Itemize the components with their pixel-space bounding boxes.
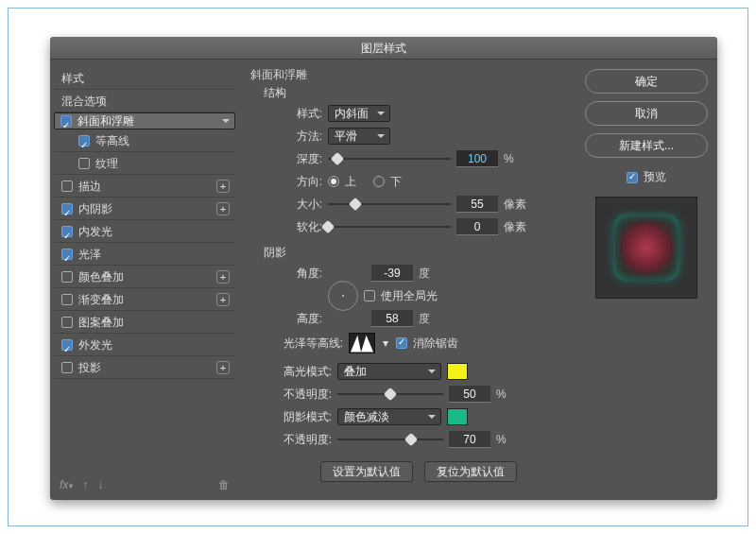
- altitude-input[interactable]: 58: [371, 310, 413, 327]
- highlight-color-swatch[interactable]: [447, 363, 468, 380]
- sidebar-item-pattern-overlay[interactable]: 图案叠加: [54, 311, 235, 334]
- add-icon[interactable]: +: [216, 270, 230, 284]
- highlight-opacity-slider[interactable]: [337, 388, 443, 401]
- arrow-down-icon[interactable]: ↓: [97, 478, 103, 491]
- sidebar-item-drop-shadow[interactable]: 投影 +: [54, 356, 235, 379]
- panel-heading: 斜面和浮雕: [250, 67, 576, 83]
- direction-up-radio[interactable]: [328, 176, 339, 187]
- angle-wheel[interactable]: [328, 281, 358, 311]
- preview-thumbnail: [595, 197, 697, 299]
- add-icon[interactable]: +: [216, 180, 230, 193]
- checkbox-icon[interactable]: [61, 271, 73, 283]
- soften-input[interactable]: 0: [456, 218, 498, 235]
- shadow-opacity-input[interactable]: 70: [449, 431, 490, 448]
- sidebar-item-gradient-overlay[interactable]: 渐变叠加 +: [54, 288, 235, 311]
- checkbox-icon[interactable]: [61, 203, 73, 215]
- checkbox-icon[interactable]: [78, 135, 90, 146]
- reset-default-button[interactable]: 复位为默认值: [424, 461, 517, 482]
- sidebar-styles-header[interactable]: 样式: [54, 67, 235, 90]
- style-select[interactable]: 内斜面: [328, 105, 390, 122]
- checkbox-icon[interactable]: [61, 226, 73, 237]
- new-style-button[interactable]: 新建样式...: [585, 133, 708, 158]
- sidebar-item-satin[interactable]: 光泽: [54, 243, 235, 266]
- soften-slider[interactable]: [328, 220, 451, 233]
- sidebar-item-inner-glow[interactable]: 内发光: [54, 220, 235, 243]
- add-icon[interactable]: +: [216, 293, 230, 306]
- sidebar-item-outer-glow[interactable]: 外发光: [54, 334, 235, 356]
- antialias-checkbox[interactable]: [396, 337, 407, 349]
- add-icon[interactable]: +: [216, 202, 230, 215]
- checkbox-icon[interactable]: [61, 181, 73, 192]
- technique-select[interactable]: 平滑: [328, 128, 390, 145]
- trash-icon[interactable]: 🗑: [218, 478, 230, 491]
- checkbox-icon[interactable]: [60, 115, 72, 127]
- add-icon[interactable]: +: [216, 361, 230, 374]
- checkbox-icon[interactable]: [61, 362, 73, 373]
- sidebar-item-color-overlay[interactable]: 颜色叠加 +: [54, 266, 235, 288]
- depth-slider[interactable]: [328, 152, 451, 165]
- options-panel: 斜面和浮雕 结构 样式: 内斜面 方法: 平滑 深度: 100: [239, 60, 585, 500]
- sidebar-item-stroke[interactable]: 描边 +: [54, 175, 235, 198]
- shading-title: 阴影: [264, 245, 576, 261]
- checkbox-icon[interactable]: [78, 158, 90, 169]
- layer-style-dialog: 图层样式 样式 混合选项 斜面和浮雕 等高线 纹理 描边 + 内阴影 +: [50, 37, 717, 500]
- cancel-button[interactable]: 取消: [585, 101, 708, 126]
- dialog-title: 图层样式: [50, 37, 717, 60]
- checkbox-icon[interactable]: [61, 339, 73, 351]
- highlight-mode-select[interactable]: 叠加: [337, 363, 441, 380]
- checkbox-icon[interactable]: [61, 294, 73, 305]
- ok-button[interactable]: 确定: [585, 69, 708, 94]
- structure-title: 结构: [264, 85, 576, 101]
- depth-input[interactable]: 100: [456, 150, 498, 167]
- direction-down-radio[interactable]: [373, 176, 385, 187]
- size-input[interactable]: 55: [456, 196, 498, 213]
- global-light-checkbox[interactable]: [364, 290, 375, 301]
- fx-icon[interactable]: fx▾: [60, 478, 73, 491]
- shadow-mode-select[interactable]: 颜色减淡: [337, 408, 441, 425]
- chevron-down-icon[interactable]: ▾: [381, 336, 390, 350]
- shadow-color-swatch[interactable]: [447, 408, 468, 425]
- sidebar-item-bevel[interactable]: 斜面和浮雕: [54, 112, 235, 129]
- right-panel: 确定 取消 新建样式... 预览: [585, 60, 717, 500]
- make-default-button[interactable]: 设置为默认值: [320, 461, 413, 482]
- angle-input[interactable]: -39: [371, 265, 413, 282]
- arrow-up-icon[interactable]: ↑: [82, 478, 88, 491]
- sidebar-item-contour[interactable]: 等高线: [54, 129, 235, 152]
- gloss-contour-picker[interactable]: [349, 333, 375, 353]
- sidebar-footer: fx▾ ↑ ↓ 🗑: [54, 474, 235, 496]
- shadow-opacity-slider[interactable]: [337, 433, 443, 446]
- checkbox-icon[interactable]: [61, 249, 73, 260]
- checkbox-icon[interactable]: [61, 317, 73, 328]
- preview-checkbox[interactable]: [627, 172, 638, 183]
- size-slider[interactable]: [328, 198, 451, 211]
- highlight-opacity-input[interactable]: 50: [449, 386, 490, 403]
- sidebar-item-inner-shadow[interactable]: 内阴影 +: [54, 198, 235, 220]
- effects-sidebar: 样式 混合选项 斜面和浮雕 等高线 纹理 描边 + 内阴影 + 内发光: [50, 60, 239, 500]
